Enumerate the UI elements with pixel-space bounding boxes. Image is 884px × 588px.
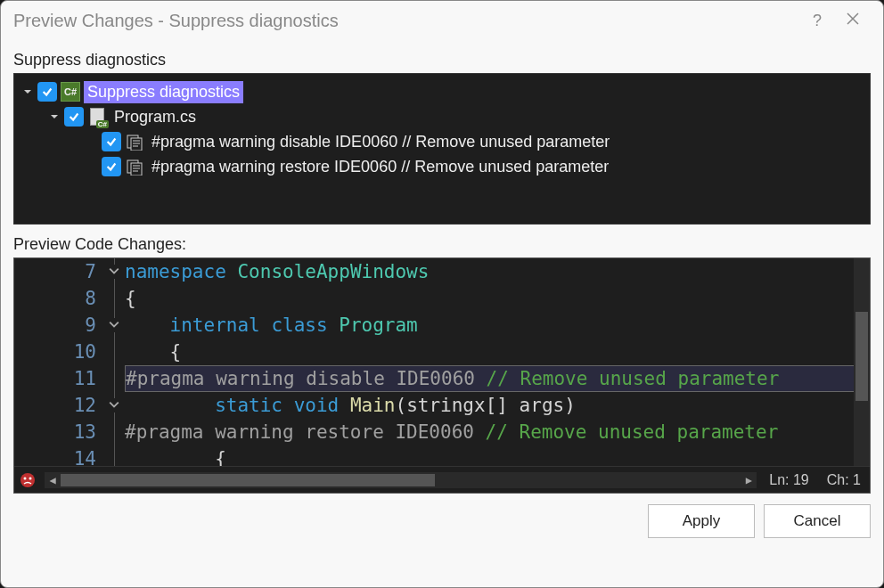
fold-cell: [103, 312, 125, 339]
fold-cell: [103, 419, 125, 445]
code-line[interactable]: #pragma warning disable IDE0060 // Remov…: [125, 365, 870, 392]
code-line[interactable]: namespace ConsoleAppWindows: [125, 258, 870, 285]
code-line[interactable]: static void Main(stringx[] args): [125, 392, 870, 419]
code-change-icon: [125, 132, 144, 151]
close-button[interactable]: [835, 12, 871, 29]
horizontal-scrollbar[interactable]: ◀ ▶: [45, 472, 757, 488]
line-number: 9: [14, 312, 96, 339]
tree-root-label: Suppress diagnostics: [84, 81, 243, 103]
svg-point-11: [24, 477, 27, 479]
dialog-title: Preview Changes - Suppress diagnostics: [13, 11, 799, 31]
csharp-file-icon: C#: [87, 107, 107, 127]
preview-changes-dialog: Preview Changes - Suppress diagnostics ?…: [0, 0, 884, 588]
svg-point-12: [29, 477, 32, 479]
code-line[interactable]: internal class Program: [125, 312, 870, 339]
tree-file-label: Program.cs: [110, 106, 200, 128]
tree-file-checkbox[interactable]: [64, 107, 84, 127]
line-number: 10: [14, 339, 96, 365]
fold-cell: [103, 285, 125, 312]
vertical-scrollbar[interactable]: [854, 258, 870, 466]
titlebar: Preview Changes - Suppress diagnostics ?: [1, 1, 883, 40]
code-content[interactable]: namespace ConsoleAppWindows{ internal cl…: [125, 258, 870, 466]
tree-change-checkbox[interactable]: [102, 157, 121, 176]
tree-change-row[interactable]: #pragma warning restore IDE0060 // Remov…: [18, 154, 866, 179]
changes-tree[interactable]: C# Suppress diagnostics C# Program.cs #p…: [13, 73, 871, 225]
code-line[interactable]: #pragma warning restore IDE0060 // Remov…: [125, 419, 870, 445]
line-number: 12: [14, 392, 96, 419]
code-line[interactable]: {: [125, 339, 870, 365]
fold-cell: [103, 339, 125, 365]
code-line[interactable]: {: [125, 445, 870, 466]
cursor-line-status: Ln: 19: [760, 472, 817, 488]
line-number-gutter: 7891011121314: [14, 258, 103, 466]
tree-root-row[interactable]: C# Suppress diagnostics: [18, 79, 866, 104]
code-change-icon: [125, 157, 144, 176]
code-status-bar: ◀ ▶ Ln: 19 Ch: 1: [14, 466, 870, 493]
code-section-label: Preview Code Changes:: [1, 225, 883, 257]
fold-cell: [103, 258, 125, 285]
line-number: 8: [14, 285, 96, 312]
tree-root-checkbox[interactable]: [37, 82, 57, 102]
tree-file-row[interactable]: C# Program.cs: [18, 104, 866, 129]
code-line[interactable]: {: [125, 285, 870, 312]
line-number: 7: [14, 258, 96, 285]
svg-point-10: [20, 473, 35, 487]
fold-chevron-icon[interactable]: [109, 318, 119, 332]
chevron-down-icon[interactable]: [48, 110, 61, 123]
tree-change-row[interactable]: #pragma warning disable IDE0060 // Remov…: [18, 129, 866, 154]
fold-chevron-icon[interactable]: [109, 265, 119, 279]
error-indicator-icon[interactable]: [14, 467, 41, 494]
apply-button[interactable]: Apply: [648, 504, 755, 538]
csharp-icon: C#: [61, 82, 80, 102]
scrollbar-thumb[interactable]: [855, 312, 868, 401]
fold-cell: [103, 392, 125, 419]
fold-cell: [103, 365, 125, 392]
line-number: 13: [14, 419, 96, 445]
tree-section-label: Suppress diagnostics: [1, 40, 883, 73]
tree-change-label: #pragma warning disable IDE0060 // Remov…: [148, 131, 613, 153]
scrollbar-thumb[interactable]: [61, 474, 435, 486]
fold-cell: [103, 445, 125, 466]
tree-change-checkbox[interactable]: [102, 132, 121, 151]
fold-column: [103, 258, 125, 466]
scroll-left-arrow[interactable]: ◀: [45, 474, 61, 486]
dialog-button-row: Apply Cancel: [1, 494, 883, 549]
svg-rect-1: [131, 138, 142, 151]
svg-rect-6: [131, 163, 142, 176]
line-number: 14: [14, 445, 96, 466]
chevron-down-icon[interactable]: [21, 86, 34, 98]
cancel-button[interactable]: Cancel: [764, 504, 871, 538]
fold-chevron-icon[interactable]: [109, 398, 119, 412]
help-button[interactable]: ?: [799, 12, 835, 30]
tree-change-label: #pragma warning restore IDE0060 // Remov…: [148, 156, 612, 178]
cursor-col-status: Ch: 1: [818, 472, 870, 488]
line-number: 11: [14, 365, 96, 392]
scroll-right-arrow[interactable]: ▶: [741, 474, 757, 486]
code-preview: 7891011121314 namespace ConsoleAppWindow…: [13, 257, 871, 494]
